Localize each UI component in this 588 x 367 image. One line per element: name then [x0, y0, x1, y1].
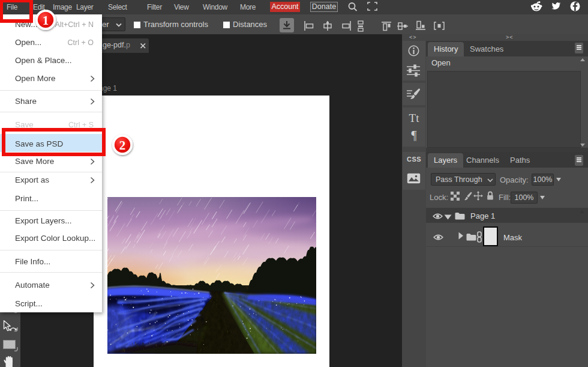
svg-text:1: 1 — [43, 13, 49, 28]
svg-text:2: 2 — [119, 138, 126, 153]
